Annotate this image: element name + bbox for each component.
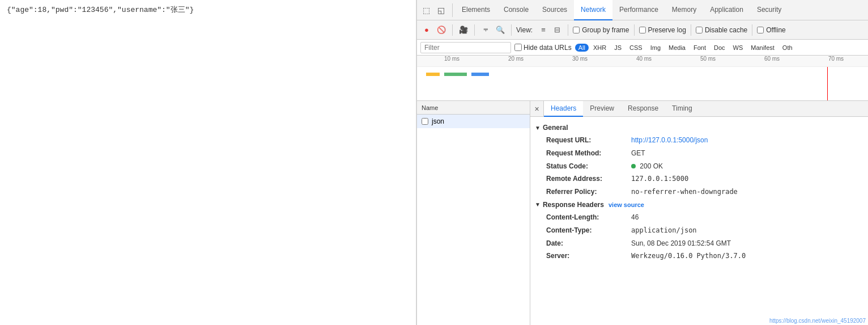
filter-button[interactable]: ⫧ [479, 24, 492, 36]
tab-security[interactable]: Security [750, 0, 788, 20]
inspect-icon[interactable]: ◱ [434, 3, 448, 17]
section-response-headers[interactable]: ▼ Response Headers view source [530, 199, 868, 211]
view-icons: ≡ ⊟ [537, 24, 563, 36]
hide-data-urls-checkbox[interactable] [514, 44, 522, 51]
request-list: Name json [417, 101, 530, 325]
tab-console[interactable]: Console [497, 0, 535, 20]
tab-network[interactable]: Network [574, 0, 612, 20]
device-icon[interactable]: ⬚ [419, 3, 433, 17]
separator-6 [691, 24, 691, 36]
filter-input[interactable] [420, 42, 511, 53]
preserve-log-checkbox[interactable] [639, 27, 646, 33]
view-waterfall-icon[interactable]: ⊟ [551, 24, 563, 36]
detail-tabs: × Headers Preview Response Timing [530, 101, 868, 117]
filter-tag-doc[interactable]: Doc [710, 44, 729, 52]
separator-5 [634, 24, 635, 36]
timeline-row: 10 ms 20 ms 30 ms 40 ms 50 ms 60 ms 70 m… [417, 56, 868, 101]
detail-row-content-length: Content-Length: 46 [530, 211, 868, 224]
main-area: Name json × Headers Preview R [417, 101, 868, 325]
filter-tag-css[interactable]: CSS [626, 44, 646, 52]
timeline-markers: 10 ms 20 ms 30 ms 40 ms 50 ms 60 ms 70 m… [417, 56, 868, 67]
marker-20ms: 20 ms [484, 56, 548, 62]
filter-tags: All XHR JS CSS Img Media Font Doc WS Man… [575, 44, 796, 52]
filter-tag-media[interactable]: Media [665, 44, 689, 52]
tab-application[interactable]: Application [703, 0, 750, 20]
detail-row-remote: Remote Address: 127.0.0.1:5000 [530, 172, 868, 185]
filter-tag-ws[interactable]: WS [730, 44, 747, 52]
separator-1 [452, 24, 453, 36]
devtools-panel: ⬚ ◱ Elements Console Sources Network Per… [416, 0, 868, 325]
detail-row-server: Server: Werkzeug/0.16.0 Python/3.7.0 [530, 250, 868, 263]
timeline-line-red [827, 67, 828, 101]
marker-70ms: 70 ms [804, 56, 868, 62]
separator-7 [752, 24, 752, 36]
section-general-header[interactable]: ▼ General [530, 121, 868, 134]
arrow-response-headers: ▼ [535, 201, 541, 208]
view-list-icon[interactable]: ≡ [537, 24, 550, 36]
status-dot [631, 164, 636, 168]
arrow-general: ▼ [535, 125, 541, 131]
filter-tag-all[interactable]: All [575, 44, 589, 52]
view-source-link[interactable]: view source [609, 201, 644, 208]
offline-checkbox[interactable] [757, 27, 764, 33]
search-button[interactable]: 🔍 [494, 24, 507, 36]
camera-button[interactable]: 🎥 [457, 24, 470, 36]
detail-content: ▼ General Request URL: http://127.0.0.1:… [530, 117, 868, 325]
marker-10ms: 10 ms [420, 56, 484, 62]
filter-tag-js[interactable]: JS [611, 44, 625, 52]
detail-row-url: Request URL: http://127.0.0.1:5000/json [530, 134, 868, 147]
detail-row-referrer: Referrer Policy: no-referrer-when-downgr… [530, 185, 868, 199]
filter-row: Hide data URLs All XHR JS CSS Img Media … [417, 40, 868, 56]
detail-row-method: Request Method: GET [530, 147, 868, 160]
detail-tab-response[interactable]: Response [621, 101, 665, 117]
devtools-tab-bar: ⬚ ◱ Elements Console Sources Network Per… [417, 0, 868, 20]
tab-performance[interactable]: Performance [612, 0, 665, 20]
disable-cache-checkbox[interactable] [696, 27, 703, 33]
json-content: {"age":18,"pwd":"123456","username":"张三"… [7, 6, 194, 14]
filter-tag-manifest[interactable]: Manifest [747, 44, 778, 52]
marker-60ms: 60 ms [740, 56, 804, 62]
request-item-json[interactable]: json [417, 115, 530, 128]
marker-40ms: 40 ms [612, 56, 676, 62]
network-toolbar: ● 🚫 🎥 ⫧ 🔍 View: ≡ ⊟ Group by frame Prese… [417, 20, 868, 40]
request-list-header: Name [417, 101, 530, 115]
timeline-bar-yellow [426, 73, 440, 76]
detail-panel: × Headers Preview Response Timing [530, 101, 868, 325]
watermark-link[interactable]: https://blog.csdn.net/weixin_45192007 [769, 318, 866, 324]
marker-50ms: 50 ms [676, 56, 740, 62]
left-panel: {"age":18,"pwd":"123456","username":"张三"… [0, 0, 416, 325]
hide-data-urls-label[interactable]: Hide data URLs [514, 44, 572, 52]
separator-4 [568, 24, 568, 36]
separator-2 [474, 24, 475, 36]
detail-row-status: Status Code: 200 OK [530, 160, 868, 173]
disable-cache-label[interactable]: Disable cache [696, 26, 747, 34]
detail-tab-preview[interactable]: Preview [583, 101, 621, 117]
filter-tag-img[interactable]: Img [647, 44, 664, 52]
record-button[interactable]: ● [420, 24, 433, 36]
timeline-bars [417, 67, 868, 101]
group-by-frame-checkbox[interactable] [573, 27, 580, 33]
filter-tag-font[interactable]: Font [690, 44, 709, 52]
separator-3 [511, 24, 512, 36]
clear-button[interactable]: 🚫 [435, 24, 448, 36]
detail-close-button[interactable]: × [530, 101, 544, 117]
preserve-log-label[interactable]: Preserve log [639, 26, 686, 34]
detail-tab-timing[interactable]: Timing [665, 101, 699, 117]
detail-row-date: Date: Sun, 08 Dec 2019 01:52:54 GMT [530, 237, 868, 250]
detail-row-content-type: Content-Type: application/json [530, 224, 868, 237]
detail-tab-headers[interactable]: Headers [544, 101, 583, 117]
filter-tag-oth[interactable]: Oth [779, 44, 796, 52]
group-by-frame-label[interactable]: Group by frame [573, 26, 629, 34]
filter-tag-xhr[interactable]: XHR [590, 44, 610, 52]
tab-sources[interactable]: Sources [535, 0, 574, 20]
timeline-bar-green [444, 73, 467, 76]
view-label: View: [516, 26, 533, 34]
tab-elements[interactable]: Elements [455, 0, 497, 20]
offline-label[interactable]: Offline [757, 26, 785, 34]
marker-30ms: 30 ms [548, 56, 612, 62]
timeline-bar-blue [471, 73, 490, 76]
devtools-icons: ⬚ ◱ [419, 3, 453, 17]
request-checkbox[interactable] [422, 118, 428, 125]
tab-memory[interactable]: Memory [665, 0, 703, 20]
